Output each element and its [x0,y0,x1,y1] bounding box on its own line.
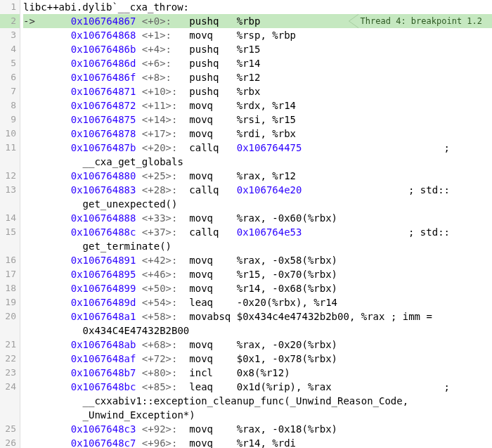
continuation-text: __cxxabiv1::exception_cleanup_func(_Unwi… [47,394,408,408]
asm-row[interactable]: 0x1067648c7 <+96>: movq %r14, %rdi [23,436,492,448]
mnemonic: movq [189,352,236,366]
operands: -0x20(%rbx), %r14 [237,295,337,309]
offset: <+6>: [142,56,189,70]
asm-row[interactable]: 0x106764888 <+33>: movq %rax, -0x60(%rbx… [23,211,492,225]
address: 0x1067648a1 [47,309,142,324]
line-number: 24 [0,380,20,422]
line-number: 20 [0,309,20,338]
address: 0x1067648af [47,352,142,366]
operands: %rax, -0x60(%rbx) [237,211,337,225]
line-number: 26 [0,436,20,448]
offset: <+80>: [142,366,189,380]
current-line-arrow: -> [23,14,47,28]
offset: <+50>: [142,281,189,295]
line-number: 1 [0,0,20,14]
operands: $0x1, -0x78(%rbx) [237,352,337,366]
mnemonic: movq [189,267,236,281]
address: 0x10676486d [47,56,142,70]
asm-row[interactable]: 0x106764895 <+46>: movq %r15, -0x70(%rbx… [23,267,492,281]
offset: <+46>: [142,267,189,281]
offset: <+72>: [142,352,189,366]
offset: <+92>: [142,422,189,436]
asm-row[interactable]: 0x10676487b <+20>: callq 0x106764475; [23,141,492,155]
asm-row[interactable]: 0x106764899 <+50>: movq %r14, -0x68(%rbx… [23,281,492,295]
line-number: 2 [0,14,20,28]
asm-continuation: _Unwind_Exception*) [23,408,492,422]
asm-row[interactable]: 0x106764891 <+42>: movq %rax, -0x58(%rbx… [23,253,492,267]
asm-row[interactable]: 0x10676486d <+6>: pushq %r14 [23,56,492,70]
address: 0x106764878 [47,127,142,141]
asm-row[interactable]: 0x10676489d <+54>: leaq -0x20(%rbx), %r1… [23,295,492,309]
disassembly-editor: 1234567891011121314151617181920212223242… [0,0,492,448]
line-number: 19 [0,295,20,309]
offset: <+33>: [142,211,189,225]
asm-row[interactable]: 0x106764871 <+10>: pushq %rbx [23,84,492,98]
address: 0x106764895 [47,267,142,281]
line-number: 6 [0,70,20,84]
mnemonic: movq [189,98,236,113]
address: 0x10676486b [47,42,142,56]
mnemonic: movq [189,113,236,127]
mnemonic: pushq [189,42,236,56]
asm-row[interactable]: 0x1067648b7 <+80>: incl 0x8(%r12) [23,366,492,380]
mnemonic: callq [189,225,236,239]
asm-row[interactable]: 0x1067648ab <+68>: movq %rax, -0x20(%rbx… [23,338,492,352]
address: 0x106764891 [47,253,142,267]
asm-continuation: get_terminate() [23,239,492,253]
address: 0x1067648c7 [47,436,142,448]
line-number-gutter: 1234567891011121314151617181920212223242… [0,0,20,448]
asm-row[interactable]: 0x106764880 <+25>: movq %rax, %r12 [23,169,492,183]
call-target: 0x106764e53 [237,225,302,239]
asm-row[interactable]: 0x1067648c3 <+92>: movq %rax, -0x18(%rbx… [23,422,492,436]
operands: $0x434c4e47432b2b00, %rax ; imm = [237,309,432,324]
asm-row[interactable]: 0x106764872 <+11>: movq %rdx, %r14 [23,98,492,113]
mnemonic: pushq [189,14,236,28]
operands: %rbp [237,14,261,28]
address: 0x106764880 [47,169,142,183]
operands: %rax, %r12 [237,169,296,183]
address: 0x10676486f [47,70,142,84]
asm-row[interactable]: 0x1067648a1 <+58>: movabsq $0x434c4e4743… [23,309,492,324]
asm-row[interactable]: 0x106764875 <+14>: movq %rsi, %r15 [23,113,492,127]
operands: %rax, -0x18(%rbx) [237,422,337,436]
line-number: 16 [0,253,20,267]
asm-row[interactable]: 0x106764883 <+28>: callq 0x106764e20; st… [23,183,492,197]
line-number: 12 [0,169,20,183]
line-number: 23 [0,366,20,380]
mnemonic: movq [189,338,236,352]
operands: %rdx, %r14 [237,98,296,113]
asm-row[interactable]: -> 0x106764867 <+0>: pushq %rbp [23,14,492,28]
operands: 0x8(%r12) [237,366,290,380]
operands: %r15, -0x70(%rbx) [237,267,337,281]
address: 0x106764871 [47,84,142,98]
code-column[interactable]: libc++abi.dylib`__cxa_throw:-> 0x1067648… [20,0,492,448]
mnemonic: movq [189,253,236,267]
line-number: 13 [0,183,20,211]
asm-row[interactable]: 0x1067648af <+72>: movq $0x1, -0x78(%rbx… [23,352,492,366]
address: 0x10676489d [47,295,142,309]
operands: 0x1d(%rip), %rax [237,380,332,394]
operands: %r12 [237,70,261,84]
asm-row[interactable]: 0x1067648bc <+85>: leaq 0x1d(%rip), %rax… [23,380,492,394]
continuation-text: 0x434C4E47432B2B00 [47,324,189,338]
operands: %rdi, %rbx [237,127,296,141]
asm-row[interactable]: 0x10676488c <+37>: callq 0x106764e53; st… [23,225,492,239]
address: 0x106764868 [47,28,142,42]
offset: <+54>: [142,295,189,309]
comment: ; [444,141,492,155]
offset: <+28>: [142,183,189,197]
asm-row[interactable]: 0x106764878 <+17>: movq %rdi, %rbx [23,127,492,141]
address: 0x106764875 [47,113,142,127]
disassembly-listing: libc++abi.dylib`__cxa_throw:-> 0x1067648… [20,0,492,448]
asm-continuation: get_unexpected() [23,197,492,211]
line-number: 25 [0,422,20,436]
offset: <+10>: [142,84,189,98]
asm-row[interactable]: 0x10676486b <+4>: pushq %r15 [23,42,492,56]
line-number: 9 [0,113,20,127]
asm-row[interactable]: 0x10676486f <+8>: pushq %r12 [23,70,492,84]
address: 0x106764899 [47,281,142,295]
call-target: 0x106764475 [237,141,302,155]
asm-row[interactable]: 0x106764868 <+1>: movq %rsp, %rbp [23,28,492,42]
line-number: 17 [0,267,20,281]
mnemonic: movq [189,127,236,141]
